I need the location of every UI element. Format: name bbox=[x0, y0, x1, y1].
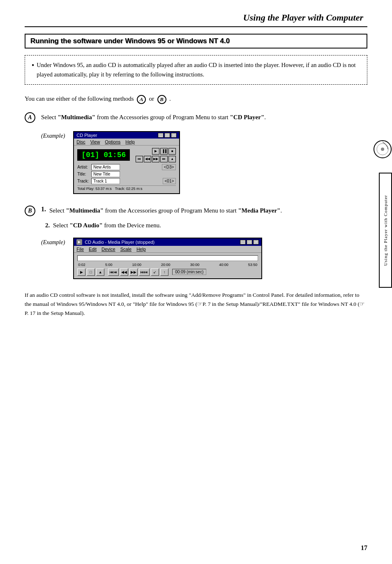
cd-player-menubar: Disc View Options Help bbox=[74, 139, 179, 146]
info-box: • Under Windows 95, an audio CD is autom… bbox=[25, 55, 367, 85]
stop-button[interactable]: ■ bbox=[168, 148, 176, 155]
mp-eject-button[interactable]: ▲ bbox=[96, 268, 104, 276]
pause-button[interactable]: ▐▐ bbox=[160, 148, 168, 155]
mp-titlebar: ▶ CD Audio - Media Player (stopped) _ □ … bbox=[74, 238, 261, 246]
mp-titlebar-buttons: _ □ × bbox=[240, 240, 259, 245]
timeline-6: 53:50 bbox=[248, 263, 258, 267]
cd-player-example: (Example) CD Player _ □ × Disc View Opti… bbox=[41, 131, 367, 194]
cd-footer-row: Total Play: 53:37 m:s Track: 02:25 m:s bbox=[77, 185, 176, 191]
mp-menu-device[interactable]: Device bbox=[101, 247, 115, 252]
section-a-text: Select "Multimedia" from the Accessories… bbox=[41, 112, 266, 122]
mp-body: 0:02 5:00 10:00 20:00 30:00 40:00 53:50 … bbox=[74, 253, 261, 278]
menu-options[interactable]: Options bbox=[105, 139, 120, 144]
ctrl-row-top: ▶ ▐▐ ■ bbox=[152, 148, 176, 155]
minimize-button[interactable]: _ bbox=[158, 133, 164, 138]
play-button[interactable]: ▶ bbox=[152, 148, 159, 155]
mp-menubar: File Edit Device Scale Help bbox=[74, 246, 261, 253]
or-text: or bbox=[149, 95, 154, 102]
title-label: Title: bbox=[77, 172, 89, 176]
section-header-box: Running the software under Windows 95 or… bbox=[25, 34, 367, 49]
section-b-row: B 1. Select "Multimedia" from the Access… bbox=[25, 206, 367, 216]
mp-titlebar-title: ▶ CD Audio - Media Player (stopped) bbox=[76, 239, 154, 245]
example-label-b: (Example) bbox=[41, 238, 65, 246]
forward-button[interactable]: ▶▶ bbox=[152, 156, 159, 162]
timeline-3: 20:00 bbox=[161, 263, 171, 267]
mp-seekbar[interactable] bbox=[77, 255, 258, 261]
track-time: Track: 02:25 m:s bbox=[115, 187, 143, 191]
timeline-2: 10:00 bbox=[132, 263, 141, 267]
mp-markstart-button[interactable]: ↙ bbox=[151, 268, 159, 276]
artist-label: Artist: bbox=[77, 165, 89, 169]
artist-num: <D3> bbox=[162, 164, 176, 170]
maximize-button[interactable]: □ bbox=[164, 133, 170, 138]
circle-b: B bbox=[25, 206, 35, 216]
media-player-window: ▶ CD Audio - Media Player (stopped) _ □ … bbox=[73, 238, 262, 279]
cd-player-window: CD Player _ □ × Disc View Options Help [… bbox=[73, 131, 180, 194]
step-1-num: 1. bbox=[41, 206, 46, 213]
track-value[interactable]: Track 1 bbox=[91, 178, 120, 184]
cd-controls-right: ▶ ▐▐ ■ ⏮ ◀◀ ▶▶ ⏭ ▲ bbox=[136, 148, 176, 162]
track-num: <01> bbox=[163, 178, 176, 184]
step-2-num: 2. bbox=[45, 222, 50, 229]
mp-next-button[interactable]: ⏭⏭ bbox=[139, 268, 150, 276]
mp-prev-button[interactable]: ⏮⏮ bbox=[108, 268, 119, 276]
side-tab: Using the Player with Computer bbox=[379, 173, 392, 288]
total-play: Total Play: 53:37 m:s bbox=[77, 187, 112, 191]
section-b: B 1. Select "Multimedia" from the Access… bbox=[25, 206, 367, 279]
side-icon-circle bbox=[373, 140, 392, 159]
cd-player-titlebar: CD Player _ □ × bbox=[74, 132, 179, 139]
rewind-button[interactable]: ◀◀ bbox=[144, 156, 151, 162]
timeline-1: 5:00 bbox=[105, 263, 113, 267]
media-player-example: (Example) ▶ CD Audio - Media Player (sto… bbox=[41, 238, 367, 279]
track-row: Track: Track 1 <01> bbox=[77, 178, 176, 184]
mp-time-display: 00:09 (min:sec) bbox=[172, 269, 206, 275]
menu-disc[interactable]: Disc bbox=[76, 139, 85, 144]
cd-time-display: [01] 01:56 bbox=[77, 149, 130, 161]
mp-rew-button[interactable]: ◀◀ bbox=[120, 268, 128, 276]
section-b-step1-text: Select "Multimedia" from the Accessories… bbox=[49, 206, 282, 215]
prev-track-button[interactable]: ⏮ bbox=[136, 156, 143, 162]
circle-b-inline: B bbox=[157, 95, 166, 104]
timeline-4: 30:00 bbox=[190, 263, 200, 267]
bottom-text: If an audio CD control software is not i… bbox=[25, 291, 367, 318]
mp-controls-row: ▶ □ ▲ ⏮⏮ ◀◀ ▶▶ ⏭⏭ ↙ ↑ 00:09 (min:sec) bbox=[77, 268, 258, 276]
mp-menu-scale[interactable]: Scale bbox=[120, 247, 132, 252]
mp-stop-button[interactable]: □ bbox=[87, 268, 95, 276]
section-a: A Select "Multimedia" from the Accessori… bbox=[25, 112, 367, 123]
title-text: Using the Player with Computer bbox=[243, 12, 363, 23]
title-value[interactable]: New Title bbox=[91, 171, 120, 177]
close-button[interactable]: × bbox=[171, 133, 177, 138]
menu-help[interactable]: Help bbox=[125, 139, 135, 144]
mp-close-button[interactable]: × bbox=[253, 240, 259, 245]
step-2: 2. Select "CD Audio" from the Device men… bbox=[45, 220, 367, 230]
mp-fwd-button[interactable]: ▶▶ bbox=[129, 268, 138, 276]
titlebar-buttons: _ □ × bbox=[158, 133, 177, 138]
mp-menu-help[interactable]: Help bbox=[136, 247, 146, 252]
mp-menu-edit[interactable]: Edit bbox=[89, 247, 97, 252]
title-row: Title: New Title bbox=[77, 171, 176, 177]
mp-title: CD Audio - Media Player (stopped) bbox=[85, 240, 154, 245]
mp-menu-file[interactable]: File bbox=[76, 247, 84, 252]
mp-maximize-button[interactable]: □ bbox=[247, 240, 252, 245]
mp-minimize-button[interactable]: _ bbox=[240, 240, 246, 245]
cd-player-body: [01] 01:56 ▶ ▐▐ ■ ⏮ ◀◀ ▶▶ ⏭ ▲ bbox=[74, 146, 179, 193]
mp-markend-button[interactable]: ↑ bbox=[160, 268, 168, 276]
artist-value[interactable]: New Artis bbox=[91, 164, 120, 170]
next-track-button[interactable]: ⏭ bbox=[160, 156, 168, 162]
timeline-5: 40:00 bbox=[219, 263, 228, 267]
bottom-paragraph: If an audio CD control software is not i… bbox=[25, 292, 365, 317]
page-number: 17 bbox=[361, 544, 367, 552]
page: Using the Player with Computer Running t… bbox=[0, 0, 392, 564]
mp-timeline: 0:02 5:00 10:00 20:00 30:00 40:00 53:50 bbox=[77, 263, 258, 267]
timeline-0: 0:02 bbox=[78, 263, 85, 267]
bullet-dot: • bbox=[32, 60, 34, 79]
methods-line: You can use either of the following meth… bbox=[25, 94, 367, 104]
track-label: Track: bbox=[77, 179, 89, 183]
eject-button[interactable]: ▲ bbox=[168, 156, 176, 162]
circle-a-inline: A bbox=[137, 95, 146, 104]
info-bullet: • Under Windows 95, an audio CD is autom… bbox=[32, 60, 360, 79]
cd-display-row: [01] 01:56 ▶ ▐▐ ■ ⏮ ◀◀ ▶▶ ⏭ ▲ bbox=[77, 148, 176, 162]
mp-play-button[interactable]: ▶ bbox=[77, 268, 85, 276]
menu-view[interactable]: View bbox=[90, 139, 100, 144]
example-label-a: (Example) bbox=[41, 131, 65, 139]
